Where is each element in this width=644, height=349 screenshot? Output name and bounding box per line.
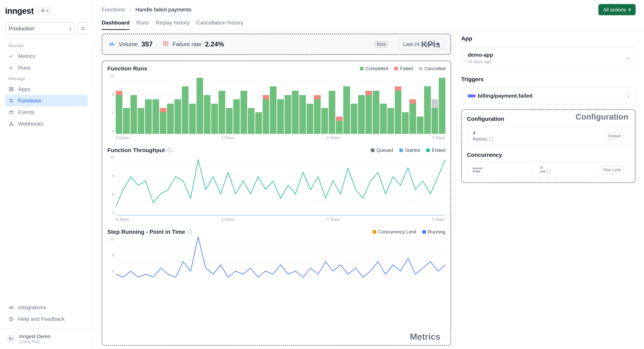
legend-item: Failed: [394, 66, 413, 71]
app-card[interactable]: demo-app 16 days ago ›: [461, 47, 636, 69]
tab-runs[interactable]: Runs: [136, 20, 149, 30]
bar[interactable]: [152, 99, 159, 134]
bar[interactable]: [189, 104, 196, 134]
environment-settings-button[interactable]: [77, 22, 88, 35]
sidebar-item-integrations[interactable]: Integrations: [5, 302, 88, 313]
bar[interactable]: [343, 86, 350, 134]
chart-title: Function Runs: [107, 65, 147, 72]
legend-item: Concurrency Limit: [373, 229, 416, 234]
legend-item: Started: [399, 148, 420, 153]
bar[interactable]: [388, 108, 394, 134]
sidebar-item-functions[interactable]: Functions: [5, 95, 88, 106]
bar[interactable]: [395, 86, 402, 134]
bar[interactable]: [432, 99, 438, 134]
webhooks-icon: [8, 121, 14, 127]
command-k-shortcut[interactable]: ⌘ K: [38, 7, 52, 15]
bar[interactable]: [306, 104, 313, 134]
breadcrumb-root[interactable]: Functions: [102, 6, 125, 13]
user-org-name: Inngest Demo: [19, 334, 50, 339]
metrics-panel: Metrics Function Runs CompletedFailedCan…: [102, 60, 451, 346]
bar[interactable]: [160, 108, 166, 134]
sidebar-item-webhooks[interactable]: Webhooks: [5, 118, 88, 130]
bar[interactable]: [167, 104, 174, 134]
sidebar-item-apps[interactable]: Apps: [5, 83, 88, 95]
info-icon[interactable]: i: [489, 137, 494, 142]
bar[interactable]: [314, 95, 321, 134]
sidebar-item-runs[interactable]: Runs: [5, 62, 88, 74]
info-icon[interactable]: i: [167, 148, 172, 152]
bar-chart-icon: [109, 40, 115, 48]
bar[interactable]: [439, 78, 446, 134]
svg-rect-8: [10, 111, 13, 114]
tab-replay-history[interactable]: Replay history: [156, 20, 190, 30]
info-icon[interactable]: i: [188, 230, 192, 234]
breadcrumb-current: Handle failed payments: [135, 6, 191, 13]
bar[interactable]: [233, 99, 240, 134]
bar[interactable]: [351, 104, 358, 134]
plan-limit-badge: Plan Limit: [600, 166, 624, 174]
bar[interactable]: [373, 91, 379, 134]
bar[interactable]: [410, 99, 416, 134]
legend-item: Completed: [360, 66, 388, 71]
annotation-metrics: Metrics: [410, 332, 440, 342]
events-icon: [8, 110, 14, 115]
bar[interactable]: [277, 99, 284, 134]
trigger-card[interactable]: billing/payment.failed ›: [461, 88, 636, 104]
bar[interactable]: [321, 108, 328, 134]
svg-rect-12: [10, 307, 11, 308]
sidebar-item-help[interactable]: Help and Feedback: [5, 313, 88, 325]
bar[interactable]: [204, 95, 210, 134]
bar[interactable]: [366, 91, 372, 134]
bar[interactable]: [248, 108, 254, 134]
tabs: DashboardRunsReplay historyCancellation …: [93, 15, 644, 30]
chart-function-throughput: Function Throughput i QueuedStartedEnded…: [107, 147, 446, 222]
all-actions-button[interactable]: All actions ▾: [598, 4, 636, 15]
bar[interactable]: [380, 104, 387, 134]
sidebar-item-metrics[interactable]: Metrics: [5, 50, 88, 62]
retries-card[interactable]: 4 Retries i Default: [467, 126, 630, 146]
bar[interactable]: [263, 95, 269, 134]
user-menu[interactable]: IN Inngest Demo Charly Poly: [5, 332, 88, 346]
section-app-title: App: [461, 35, 636, 42]
bar[interactable]: [402, 112, 409, 134]
section-triggers-title: Triggers: [461, 76, 636, 82]
bar[interactable]: [270, 86, 276, 134]
bar[interactable]: [299, 95, 306, 134]
annotation-kpis: KPIs: [421, 39, 440, 49]
info-icon[interactable]: i: [546, 169, 550, 174]
bar[interactable]: [358, 95, 365, 134]
bar[interactable]: [284, 95, 291, 134]
bar[interactable]: [292, 91, 299, 134]
bar[interactable]: [123, 108, 130, 134]
sidebar-item-events[interactable]: Events: [5, 106, 88, 118]
tab-cancellation-history[interactable]: Cancellation history: [196, 20, 243, 30]
legend-item: Queued: [371, 148, 393, 153]
bar[interactable]: [417, 116, 424, 134]
chevron-right-icon: ›: [129, 6, 131, 13]
sidebar: inngest ⌘ K Production ▴▾ MonitorMetrics…: [0, 0, 93, 349]
bar[interactable]: [226, 108, 232, 134]
bar[interactable]: [424, 86, 431, 134]
beta-badge: Beta: [374, 40, 389, 48]
bar[interactable]: [182, 86, 188, 134]
concurrency-card[interactable]: Account Scope 25 Limit i Plan Limit: [467, 162, 630, 178]
bar[interactable]: [174, 99, 181, 134]
bar[interactable]: [240, 91, 247, 134]
bar[interactable]: [145, 99, 152, 134]
bar[interactable]: [218, 91, 225, 134]
environment-select[interactable]: Production ▴▾: [5, 22, 75, 35]
bar[interactable]: [196, 78, 203, 134]
bar[interactable]: [211, 104, 218, 134]
section-concurrency-title: Concurrency: [467, 152, 630, 158]
svg-rect-3: [12, 87, 13, 89]
bar[interactable]: [336, 116, 343, 134]
bar[interactable]: [116, 91, 122, 134]
tab-dashboard[interactable]: Dashboard: [102, 20, 130, 30]
svg-rect-16: [110, 43, 111, 46]
default-badge: Default: [605, 132, 624, 140]
svg-rect-2: [10, 87, 11, 89]
bar[interactable]: [130, 95, 137, 134]
bar[interactable]: [255, 112, 262, 134]
bar[interactable]: [329, 91, 336, 134]
bar[interactable]: [138, 108, 144, 134]
